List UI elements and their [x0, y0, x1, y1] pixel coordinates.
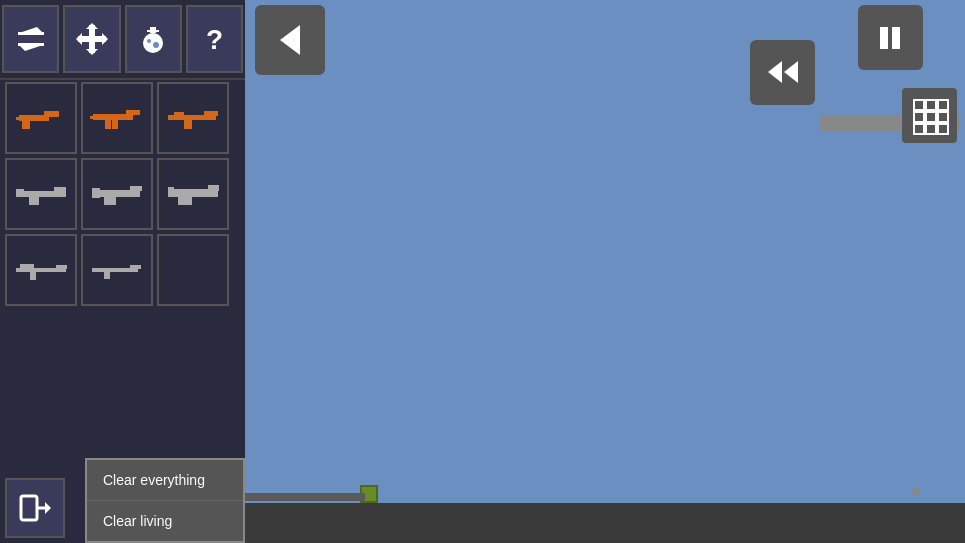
context-menu: Clear everything Clear living — [85, 458, 245, 543]
svg-rect-59 — [938, 100, 948, 110]
svg-rect-41 — [168, 187, 174, 192]
svg-marker-7 — [86, 49, 98, 55]
help-button[interactable]: ? — [186, 5, 243, 73]
svg-rect-43 — [56, 265, 67, 269]
svg-rect-62 — [938, 112, 948, 122]
svg-rect-35 — [104, 197, 116, 205]
exit-button[interactable] — [5, 478, 65, 538]
svg-rect-24 — [90, 116, 96, 119]
svg-rect-58 — [926, 100, 936, 110]
clear-living-button[interactable]: Clear living — [87, 501, 243, 541]
svg-rect-61 — [926, 112, 936, 122]
weapon-cell-shotgun[interactable] — [81, 158, 153, 230]
svg-marker-54 — [784, 61, 798, 83]
svg-rect-2 — [18, 32, 44, 35]
weapon-cell-sniper[interactable] — [5, 234, 77, 306]
svg-rect-55 — [880, 27, 888, 49]
svg-marker-53 — [768, 61, 782, 83]
svg-rect-65 — [938, 124, 948, 134]
svg-rect-32 — [16, 189, 24, 193]
svg-marker-51 — [45, 502, 51, 514]
svg-rect-39 — [208, 185, 219, 191]
svg-rect-48 — [104, 272, 110, 279]
svg-rect-5 — [78, 36, 106, 42]
svg-rect-22 — [105, 120, 111, 129]
svg-rect-30 — [54, 187, 66, 192]
svg-rect-3 — [18, 43, 44, 46]
svg-rect-28 — [174, 112, 184, 116]
svg-rect-63 — [914, 124, 924, 134]
svg-rect-56 — [892, 27, 900, 49]
svg-point-12 — [143, 33, 163, 53]
svg-rect-26 — [204, 111, 218, 116]
pause-button[interactable] — [858, 5, 923, 70]
potion-button[interactable] — [125, 5, 182, 73]
svg-rect-19 — [16, 117, 22, 120]
svg-rect-11 — [147, 30, 159, 32]
svg-rect-27 — [184, 120, 192, 129]
weapon-cell-pistol[interactable] — [5, 82, 77, 154]
left-panel: ? — [0, 0, 245, 543]
swap-button[interactable] — [2, 5, 59, 73]
svg-rect-45 — [20, 264, 34, 269]
weapon-grid — [5, 82, 229, 306]
grid-toggle-button[interactable] — [902, 88, 957, 143]
move-button[interactable] — [63, 5, 120, 73]
weapon-cell-launcher[interactable] — [81, 234, 153, 306]
svg-rect-17 — [44, 111, 59, 117]
rewind-button[interactable] — [750, 40, 815, 105]
svg-rect-60 — [914, 112, 924, 122]
ground — [245, 503, 965, 543]
svg-text:?: ? — [206, 24, 223, 55]
svg-rect-36 — [92, 188, 100, 192]
svg-rect-57 — [914, 100, 924, 110]
svg-rect-21 — [126, 110, 140, 115]
svg-rect-31 — [29, 197, 39, 205]
svg-rect-34 — [130, 186, 142, 191]
weapon-cell-rifle[interactable] — [157, 82, 229, 154]
svg-rect-64 — [926, 124, 936, 134]
svg-marker-52 — [280, 25, 300, 55]
svg-rect-23 — [112, 120, 118, 129]
clear-everything-button[interactable]: Clear everything — [87, 460, 243, 501]
ground-object — [245, 493, 365, 501]
svg-point-14 — [153, 42, 159, 48]
weapon-cell-smg[interactable] — [81, 82, 153, 154]
svg-marker-8 — [76, 33, 82, 45]
svg-point-13 — [147, 39, 151, 43]
weapon-cell-heavy[interactable] — [157, 158, 229, 230]
svg-rect-18 — [22, 121, 30, 129]
svg-rect-40 — [178, 197, 192, 205]
weapon-cell-mg[interactable] — [5, 158, 77, 230]
toolbar: ? — [0, 0, 245, 80]
svg-rect-44 — [30, 272, 36, 280]
svg-marker-6 — [86, 23, 98, 29]
svg-marker-9 — [102, 33, 108, 45]
back-button[interactable] — [255, 5, 325, 75]
weapon-cell-empty — [157, 234, 229, 306]
small-object — [912, 487, 920, 495]
svg-rect-37 — [92, 194, 100, 198]
svg-rect-49 — [21, 496, 37, 520]
svg-rect-47 — [130, 265, 141, 269]
